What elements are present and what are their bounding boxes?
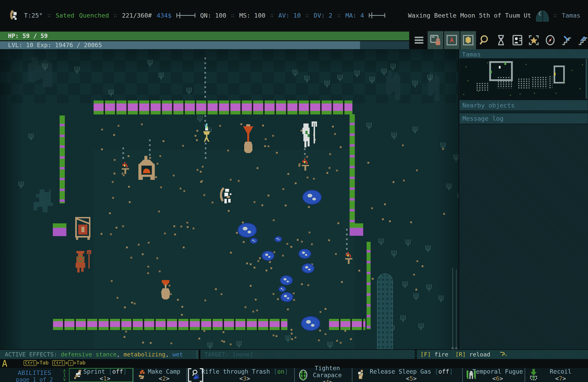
sand-speck [291, 333, 293, 334]
sand-speck [112, 181, 114, 183]
sand-speck [326, 172, 328, 174]
torch-sprite[interactable] [301, 159, 310, 178]
sand-speck [382, 218, 384, 220]
xp-bar: LVL: 10 Exp: 19476 / 20065 [0, 41, 409, 49]
stairs-up-icon[interactable] [575, 31, 588, 49]
minimap-vegetation-dot [525, 64, 526, 65]
sand-speck [182, 145, 184, 147]
ability-slot-temporal-fugue[interactable]: Temporal Fugue <6> [462, 368, 525, 382]
sand-speck [147, 266, 149, 267]
favorites-icon[interactable] [526, 31, 542, 49]
separator-icon: ∷ [47, 12, 51, 19]
torch-sprite[interactable] [344, 252, 353, 271]
puddle-sprite[interactable] [274, 236, 282, 242]
trident-figure-sprite[interactable] [300, 121, 319, 151]
separator-icon: ∷ [337, 12, 341, 19]
carapace-icon [298, 369, 308, 381]
stairs-down-icon[interactable] [559, 31, 574, 49]
sand-speck [273, 251, 275, 253]
loot-icon[interactable] [461, 31, 476, 49]
ability-slot-sprint[interactable]: Sprint [off] <1> [69, 368, 133, 382]
sidebar-section-message-log[interactable]: Message log [460, 113, 588, 124]
sand-speck [159, 155, 161, 157]
minimap-vegetation-dot [466, 66, 467, 67]
sidebar-scrollbar[interactable] [586, 59, 587, 99]
sand-speck [101, 233, 102, 235]
puddle-sprite[interactable] [302, 263, 315, 273]
game-map[interactable]: ψψψψψψψψψψψψψψψψψψψψψψψψψψψψψψψψψψψψψψψψ… [0, 49, 458, 349]
menu-icon[interactable] [411, 31, 427, 49]
sand-speck [101, 149, 103, 150]
hookah-sprite[interactable] [240, 124, 256, 155]
loom-sprite[interactable] [74, 215, 94, 241]
reload-key: [R] [455, 351, 466, 358]
sand-speck [402, 144, 404, 146]
minimap[interactable] [460, 58, 588, 99]
puddle-sprite[interactable] [301, 316, 320, 331]
sand-speck [173, 175, 175, 176]
ability-slot-recoil[interactable]: Recoil <7> [525, 368, 588, 382]
puddle-sprite[interactable] [302, 190, 322, 205]
sidebar-section-nearby-objects[interactable]: Nearby objects [460, 99, 588, 111]
ability-slot-make-camp[interactable]: Make Camp <2> [133, 368, 187, 382]
page-down-chevron-icon[interactable]: ∨ [61, 377, 68, 382]
sand-speck [110, 233, 112, 235]
sand-speck [336, 170, 338, 172]
sand-speck [141, 123, 143, 125]
sand-speck [358, 270, 360, 271]
sand-speck [180, 188, 181, 190]
grass-tuft: ψ [413, 290, 419, 301]
sand-speck [286, 243, 288, 245]
sand-speck [294, 337, 296, 339]
puddle-sprite[interactable] [250, 238, 258, 244]
sprint-icon [73, 369, 83, 381]
effect-metabolizing[interactable]: metabolizing [124, 351, 166, 358]
fire-key: [F] [420, 351, 431, 358]
sand-speck [325, 333, 326, 335]
sand-speck [253, 201, 255, 203]
grass-tuft: ψ [391, 247, 397, 258]
sand-speck [215, 288, 217, 290]
compass-icon[interactable] [542, 31, 558, 49]
kiln-sprite[interactable] [136, 156, 157, 181]
wait-icon[interactable] [493, 31, 509, 49]
carry-weight: 221/360# [122, 12, 152, 19]
ability-slot-rifle-through-trash[interactable]: Rifle through Trash [on] <3> [187, 368, 294, 382]
sand-speck [223, 331, 224, 333]
ability-bar: ABILITIES page 1 of 2 ∧ 1 ∨ Sprint [off]… [0, 368, 588, 382]
sidebar: Tamas Nearby objects Message log [459, 49, 588, 349]
censer-sprite[interactable] [201, 123, 212, 147]
waypoint-icon[interactable] [444, 31, 460, 49]
grass-tuft: ψ [418, 320, 424, 330]
sand-speck [129, 201, 131, 203]
ability-slot-tighten-carapace[interactable]: Tighten Carapace <4> [294, 368, 352, 382]
sand-speck [198, 338, 200, 340]
puddle-sprite[interactable] [238, 223, 257, 238]
sand-speck [173, 225, 175, 227]
effect-wet[interactable]: wet [172, 351, 183, 358]
puddle-sprite[interactable] [280, 292, 293, 302]
effect-defensive-stance[interactable]: defensive stance [61, 351, 116, 358]
search-icon[interactable] [477, 31, 492, 49]
grass-tuft: ψ [236, 337, 242, 348]
reload-button[interactable]: reload [469, 351, 490, 358]
puddle-sprite[interactable] [280, 275, 293, 285]
sand-speck [203, 330, 205, 332]
sand-speck [170, 343, 172, 344]
torch-sprite[interactable] [121, 162, 130, 181]
system-lock-icon[interactable] [428, 31, 443, 49]
sand-speck [337, 222, 339, 224]
farmer-sprite[interactable] [74, 249, 93, 277]
fire-button[interactable]: fire [434, 351, 448, 358]
sand-speck [266, 269, 267, 271]
sand-speck [160, 186, 162, 188]
minimap-door [554, 66, 565, 83]
sand-speck [264, 145, 266, 147]
puddle-sprite[interactable] [278, 286, 286, 292]
player-character[interactable] [216, 185, 234, 210]
character-sheet-icon[interactable] [510, 31, 525, 49]
puddle-sprite[interactable] [262, 251, 274, 261]
puddle-sprite[interactable] [298, 249, 311, 259]
amphora-sprite[interactable] [158, 279, 173, 302]
ability-slot-release-sleep-gas[interactable]: Release Sleep Gas [off] <5> [352, 368, 462, 382]
